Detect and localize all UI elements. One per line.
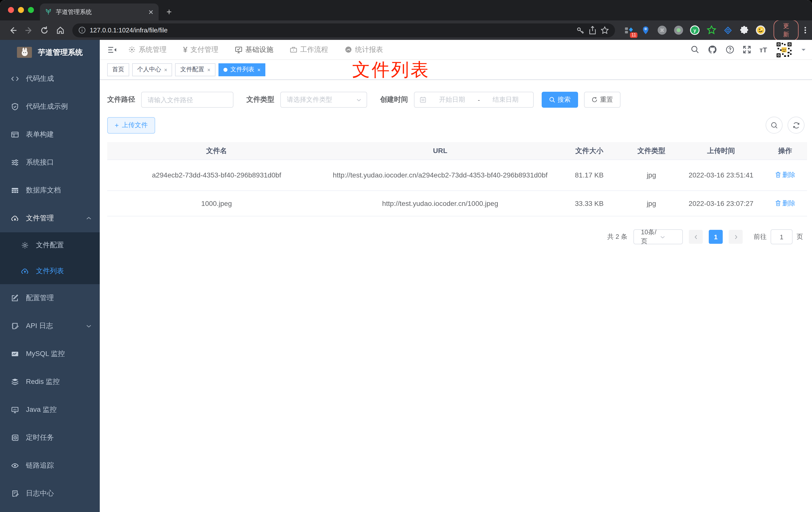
tag-close-icon[interactable]: ×: [164, 66, 167, 72]
goto-page-input[interactable]: [771, 229, 792, 244]
date-range-picker[interactable]: 开始日期 - 结束日期: [414, 92, 534, 108]
delete-button[interactable]: 删除: [775, 198, 795, 208]
page-number-button[interactable]: 1: [709, 230, 723, 244]
sidebar-item-scheduled-task[interactable]: 定时任务: [0, 424, 100, 452]
nav-item-infrastructure[interactable]: 基础设施: [235, 45, 273, 54]
profile-avatar-icon[interactable]: [756, 25, 766, 35]
sidebar-item-java-monitor[interactable]: Java 监控: [0, 396, 100, 424]
extension-tabs-icon[interactable]: 11: [624, 25, 634, 35]
chevron-up-icon: [86, 215, 92, 221]
briefcase-icon: [290, 46, 297, 53]
url-bar[interactable]: 127.0.0.1:1024/infra/file/file: [72, 23, 615, 37]
tag-file-config[interactable]: 文件配置 ×: [175, 63, 215, 76]
extensions-puzzle-icon[interactable]: [740, 25, 749, 35]
tag-close-icon[interactable]: ×: [257, 66, 261, 72]
search-icon[interactable]: [691, 46, 699, 54]
search-button[interactable]: 搜索: [542, 92, 578, 108]
tag-file-list[interactable]: 文件列表 ×: [219, 63, 266, 76]
window-minimize-button[interactable]: [18, 7, 24, 13]
sidebar-item-api-log[interactable]: API 日志: [0, 312, 100, 340]
tags-view: 首页 个人中心 × 文件配置 × 文件列表 ×: [100, 60, 812, 80]
cell-filename: a294ecb2-73dd-4353-bf40-296b8931d0bf: [107, 170, 326, 180]
upload-file-button[interactable]: + 上传文件: [107, 117, 155, 133]
tab-close-icon[interactable]: ✕: [148, 9, 154, 15]
browser-update-button[interactable]: 更新: [774, 20, 799, 41]
sidebar-item-file-config[interactable]: 文件配置: [0, 232, 100, 258]
file-type-select[interactable]: 请选择文件类型: [280, 92, 367, 108]
browser-toolbar: 127.0.0.1:1024/infra/file/file 11 ⌘: [0, 21, 812, 40]
reload-button[interactable]: [38, 23, 51, 37]
sidebar-item-code-demo[interactable]: 代码生成示例: [0, 93, 100, 121]
delete-button[interactable]: 删除: [775, 170, 795, 180]
reset-button[interactable]: 重置: [584, 92, 620, 108]
column-header-type: 文件类型: [624, 146, 678, 156]
extension-eye-icon[interactable]: [723, 25, 733, 35]
nav-item-payment[interactable]: ¥ 支付管理: [183, 45, 219, 54]
sidebar-item-tracing[interactable]: 链路追踪: [0, 452, 100, 480]
window-close-button[interactable]: [8, 7, 14, 13]
sidebar-item-log-center[interactable]: 日志中心: [0, 480, 100, 508]
refresh-table-button[interactable]: [788, 117, 805, 133]
nav-item-workflow[interactable]: 工作流程: [290, 45, 328, 54]
new-tab-button[interactable]: +: [163, 5, 176, 19]
start-date-input[interactable]: 开始日期: [430, 95, 475, 104]
goto-page-group: 前往 页: [754, 229, 803, 244]
prev-page-button[interactable]: [689, 230, 703, 244]
nav-item-statistics[interactable]: 统计报表: [345, 45, 383, 54]
window-zoom-button[interactable]: [28, 7, 34, 13]
user-avatar[interactable]: [776, 41, 792, 58]
next-page-button[interactable]: [729, 230, 743, 244]
tag-home[interactable]: 首页: [107, 63, 129, 76]
cloud-download-icon: [11, 214, 19, 222]
extension-pin-icon[interactable]: [641, 25, 651, 35]
app-header: 系统管理 ¥ 支付管理 基础设施 工作流程: [100, 40, 812, 60]
password-key-icon[interactable]: [576, 26, 585, 34]
pagination: 共 2 条 10条/页 1 前往 页: [107, 229, 807, 244]
forward-button[interactable]: [22, 23, 35, 37]
home-button[interactable]: [53, 23, 67, 37]
file-path-input[interactable]: [141, 92, 233, 108]
help-icon[interactable]: [725, 46, 734, 54]
site-info-icon[interactable]: [78, 26, 86, 34]
tag-profile[interactable]: 个人中心 ×: [132, 63, 172, 76]
sidebar-item-code-generate[interactable]: 代码生成: [0, 65, 100, 93]
extension-record-icon[interactable]: [674, 25, 684, 35]
trash-icon: [775, 172, 781, 178]
app-logo-row: 芋道管理系统: [0, 40, 100, 65]
font-size-icon[interactable]: тT: [759, 46, 767, 54]
sidebar-item-file-list[interactable]: 文件列表: [0, 258, 100, 284]
tag-close-icon[interactable]: ×: [207, 66, 210, 72]
sidebar-item-config-management[interactable]: 配置管理: [0, 284, 100, 312]
gear-icon: [128, 46, 136, 53]
browser-tab[interactable]: 芋道管理系统 ✕: [40, 3, 158, 21]
share-icon[interactable]: [589, 26, 597, 34]
sidebar-item-redis-monitor[interactable]: Redis 监控: [0, 368, 100, 396]
toggle-search-button[interactable]: [765, 117, 783, 133]
gear-icon: [21, 241, 29, 249]
table-row: 1000.jpeg http://test.yudao.iocoder.cn/1…: [107, 191, 807, 216]
database-table-icon: [11, 186, 19, 194]
bookmark-star-icon[interactable]: [601, 26, 609, 34]
document-edit-icon: [11, 322, 19, 330]
fullscreen-icon[interactable]: [743, 46, 751, 54]
sidebar-item-system-api[interactable]: 系统接口: [0, 149, 100, 177]
cell-type: jpg: [624, 198, 678, 209]
sliders-icon: [11, 158, 19, 167]
collapse-sidebar-button[interactable]: [107, 44, 117, 55]
browser-menu-button[interactable]: [805, 27, 806, 33]
sidebar-item-file-management[interactable]: 文件管理: [0, 204, 100, 232]
extension-star-icon[interactable]: [706, 25, 717, 35]
end-date-input[interactable]: 结束日期: [483, 95, 528, 104]
extension-y-icon[interactable]: y: [690, 25, 700, 35]
avatar-dropdown-caret-icon[interactable]: [801, 47, 806, 52]
sidebar-item-form-builder[interactable]: 表单构建: [0, 121, 100, 149]
chevron-down-icon: [660, 234, 678, 240]
back-button[interactable]: [6, 23, 20, 37]
top-nav: 系统管理 ¥ 支付管理 基础设施 工作流程: [128, 45, 383, 54]
sidebar-item-db-doc[interactable]: 数据库文档: [0, 177, 100, 204]
sidebar-item-mysql-monitor[interactable]: MySQL 监控: [0, 340, 100, 368]
extension-command-icon[interactable]: ⌘: [657, 25, 667, 35]
github-icon[interactable]: [707, 45, 717, 54]
page-size-select[interactable]: 10条/页: [633, 229, 683, 244]
nav-item-system[interactable]: 系统管理: [128, 45, 167, 54]
